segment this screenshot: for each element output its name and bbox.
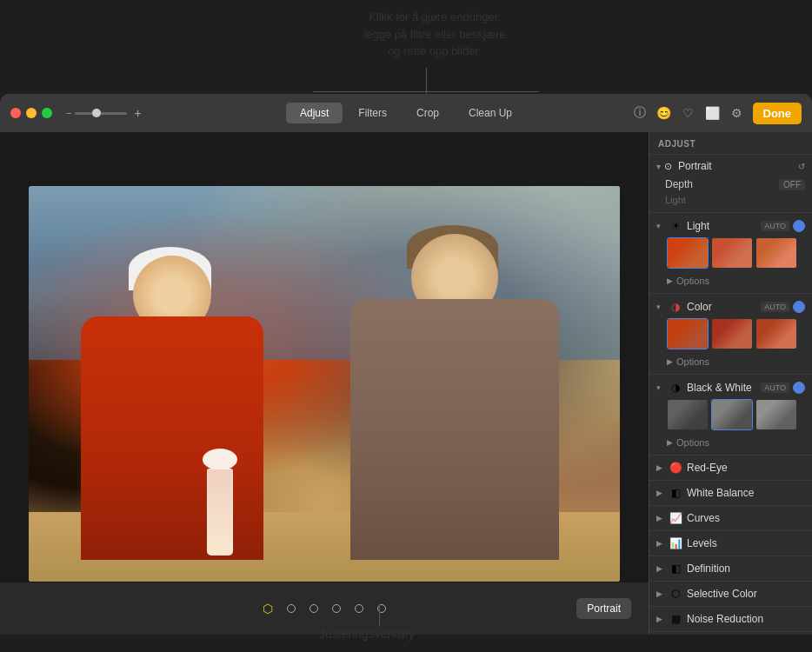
minimize-button[interactable] — [26, 108, 37, 118]
emoji-icon[interactable]: 😊 — [656, 106, 673, 120]
light-chevron-icon: ▾ — [656, 222, 667, 230]
depth-label: Depth — [665, 178, 693, 190]
definition-header[interactable]: ▶ ◧ Definition — [649, 556, 812, 581]
annotation-line-vertical — [379, 604, 380, 626]
portrait-button[interactable]: Portrait — [576, 598, 631, 619]
panel-header: ADJUST — [649, 132, 812, 155]
bw-thumb-2[interactable] — [711, 399, 753, 430]
reset-btn-area: Reset Adjustments — [649, 632, 812, 635]
noise-section: ▶ ▦ Noise Reduction — [649, 607, 812, 632]
light-section-title: Light — [687, 220, 761, 232]
filmstrip-dot-2[interactable] — [287, 604, 296, 613]
bw-toggle[interactable] — [793, 382, 805, 394]
tooltip-line1: Klikk for å gjøre endringer, — [296, 9, 574, 26]
bw-thumb-img-3 — [756, 400, 796, 429]
toolbar-right: ⓘ 😊 ♡ ⬜ ⚙ Done — [631, 103, 802, 124]
curves-chevron-icon: ▶ — [656, 514, 667, 522]
portrait-label: ▾ ⊙ Portrait — [656, 160, 712, 172]
tab-bar: Adjust Filters Crop Clean Up — [286, 103, 526, 123]
tab-crop[interactable]: Crop — [403, 103, 453, 123]
bw-thumb-3[interactable] — [755, 399, 797, 430]
wb-section: ▶ ◧ White Balance — [649, 481, 812, 506]
bottom-annotation-text: Justeringsverktøy — [319, 627, 415, 641]
color-section-title: Color — [687, 301, 761, 313]
color-thumb-1[interactable] — [667, 318, 709, 349]
done-button[interactable]: Done — [753, 103, 802, 124]
wb-header[interactable]: ▶ ◧ White Balance — [649, 481, 812, 505]
light-section: ▾ ☀ Light AUTO — [649, 213, 812, 294]
selective-color-header[interactable]: ▶ ⬡ Selective Color — [649, 582, 812, 606]
bw-options-chevron: ▶ — [667, 438, 673, 447]
light-thumb-2[interactable] — [711, 237, 753, 269]
tools-icon[interactable]: ⚙ — [729, 106, 746, 120]
selective-color-adj-icon: ⬡ — [669, 588, 682, 600]
light-thumb-img-1 — [668, 238, 708, 268]
definition-title: Definition — [687, 562, 805, 575]
right-panel: ADJUST ▾ ⊙ Portrait ↺ Depth OFF Light — [649, 132, 812, 635]
color-auto-badge[interactable]: AUTO — [761, 302, 789, 312]
zoom-in-icon[interactable]: + — [134, 106, 141, 120]
tab-clean-up[interactable]: Clean Up — [455, 103, 526, 123]
milkshake-top — [203, 449, 237, 470]
bw-thumb-1[interactable] — [667, 399, 709, 430]
redeye-section: ▶ 🔴 Red-Eye — [649, 456, 812, 481]
bw-thumb-img-1 — [668, 400, 708, 429]
close-button[interactable] — [10, 108, 21, 118]
light-toggle[interactable] — [793, 220, 805, 232]
noise-header[interactable]: ▶ ▦ Noise Reduction — [649, 607, 812, 631]
photo-container — [29, 186, 620, 582]
curves-header[interactable]: ▶ 📈 Curves — [649, 506, 812, 530]
milkshake — [203, 451, 237, 556]
light-options-label: Options — [676, 276, 709, 286]
tab-filters[interactable]: Filters — [344, 103, 401, 123]
light-thumb-1[interactable] — [667, 237, 709, 269]
heart-icon[interactable]: ♡ — [680, 106, 697, 120]
bw-auto-badge[interactable]: AUTO — [761, 383, 789, 393]
light-auto-badge[interactable]: AUTO — [761, 221, 789, 231]
light-section-header[interactable]: ▾ ☀ Light AUTO — [649, 216, 812, 236]
share-icon[interactable]: ⬜ — [704, 106, 722, 120]
portrait-chevron[interactable]: ▾ — [656, 162, 661, 171]
zoom-out-icon: − — [66, 108, 71, 118]
filmstrip-dot-5[interactable] — [355, 604, 363, 613]
tooltip-bracket — [313, 91, 539, 92]
redeye-adj-icon: 🔴 — [669, 462, 682, 474]
definition-chevron-icon: ▶ — [656, 564, 667, 573]
tab-adjust[interactable]: Adjust — [286, 103, 343, 123]
fullscreen-button[interactable] — [42, 108, 52, 118]
filmstrip-hex-dot[interactable]: ⬡ — [263, 602, 273, 615]
redeye-header[interactable]: ▶ 🔴 Red-Eye — [649, 456, 812, 480]
bottom-annotation: Justeringsverktøy — [319, 626, 415, 642]
levels-header[interactable]: ▶ 📊 Levels — [649, 531, 812, 556]
redeye-chevron-icon: ▶ — [656, 463, 667, 472]
color-thumb-3[interactable] — [755, 318, 797, 349]
bw-section-header[interactable]: ▾ ◑ Black & White AUTO — [649, 378, 812, 397]
traffic-lights — [10, 108, 52, 118]
filmstrip-dot-3[interactable] — [309, 604, 318, 613]
color-thumb-2[interactable] — [711, 318, 753, 349]
definition-section: ▶ ◧ Definition — [649, 556, 812, 582]
color-thumb-img-3 — [756, 319, 796, 349]
person-left — [63, 230, 281, 560]
zoom-slider[interactable] — [75, 112, 127, 115]
color-section-header[interactable]: ▾ ◑ Color AUTO — [649, 297, 812, 316]
selective-color-title: Selective Color — [687, 588, 805, 600]
bw-adj-icon: ◑ — [669, 382, 682, 394]
filmstrip-dot-4[interactable] — [332, 604, 341, 613]
bw-thumb-img-2 — [712, 400, 752, 429]
light-options-row[interactable]: ▶ Options — [649, 274, 812, 289]
definition-adj-icon: ◧ — [669, 562, 682, 575]
photo-background — [29, 186, 620, 582]
person-right — [342, 221, 568, 560]
portrait-reset-icon[interactable]: ↺ — [798, 162, 805, 171]
info-icon[interactable]: ⓘ — [631, 105, 649, 121]
color-options-label: Options — [676, 356, 709, 367]
levels-title: Levels — [687, 537, 805, 549]
depth-row: Depth OFF — [656, 176, 805, 193]
wb-adj-icon: ◧ — [669, 487, 682, 499]
light-thumb-3[interactable] — [755, 237, 797, 269]
bw-options-row[interactable]: ▶ Options — [649, 436, 812, 451]
depth-value: OFF — [779, 179, 805, 190]
color-options-row[interactable]: ▶ Options — [649, 355, 812, 370]
color-toggle[interactable] — [793, 301, 805, 313]
